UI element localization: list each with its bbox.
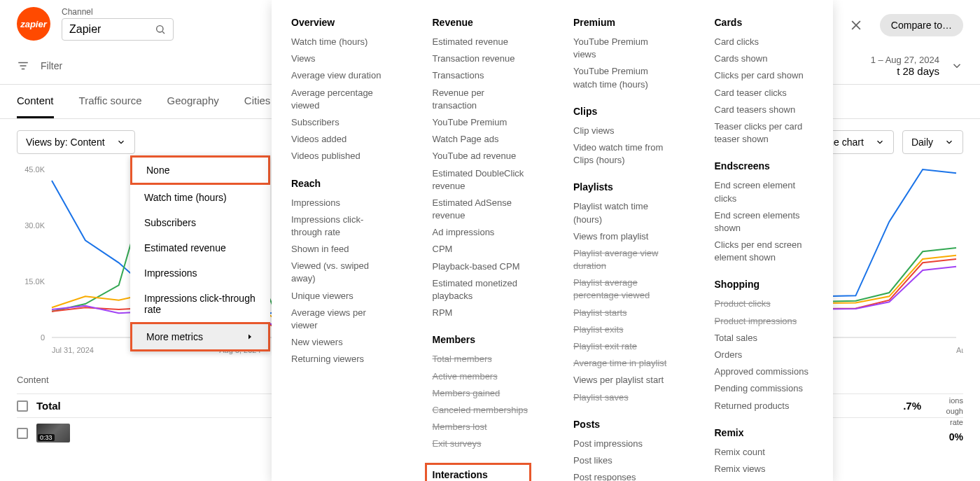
tab-geography[interactable]: Geography bbox=[167, 85, 219, 118]
date-range[interactable]: 1 – Aug 27, 2024 t 28 days bbox=[871, 55, 963, 77]
mega-item[interactable]: Impressions bbox=[291, 195, 391, 211]
mega-item[interactable]: Card teaser clicks bbox=[715, 85, 814, 102]
search-icon[interactable] bbox=[155, 24, 166, 35]
mega-item[interactable]: Remix views bbox=[715, 461, 814, 477]
mega-item[interactable]: Videos added bbox=[291, 131, 391, 148]
mega-item[interactable]: Post responses bbox=[573, 469, 673, 481]
mega-item[interactable]: End screen element clicks bbox=[715, 177, 814, 207]
submenu-item-impressions[interactable]: Impressions bbox=[130, 260, 270, 286]
mega-group-title: Cards bbox=[715, 17, 814, 28]
mega-item[interactable]: Viewed (vs. swiped away) bbox=[291, 258, 391, 287]
submenu-item-subscribers[interactable]: Subscribers bbox=[130, 210, 270, 235]
mega-item[interactable]: Pending commissions bbox=[715, 380, 814, 397]
mega-item[interactable]: RPM bbox=[433, 305, 532, 321]
channel-name-input[interactable] bbox=[69, 23, 150, 36]
mega-item[interactable]: Transaction revenue bbox=[433, 50, 532, 67]
mega-item[interactable]: Impressions click-through rate bbox=[291, 211, 391, 241]
mega-item[interactable]: Estimated monetized playbacks bbox=[433, 275, 532, 305]
mega-item[interactable]: YouTube ad revenue bbox=[433, 148, 532, 165]
mega-item[interactable]: Estimated DoubleClick revenue bbox=[433, 165, 532, 195]
mega-item[interactable]: Estimated AdSense revenue bbox=[433, 195, 532, 224]
mega-item[interactable]: Orders bbox=[715, 347, 814, 363]
mega-item[interactable]: Revenue per transaction bbox=[433, 85, 532, 114]
mega-item[interactable]: Average views per viewer bbox=[291, 305, 391, 334]
mega-item[interactable]: YouTube Premium watch time (hours) bbox=[573, 63, 673, 92]
mega-item[interactable]: Returned products bbox=[715, 398, 814, 414]
mega-item[interactable]: Videos published bbox=[291, 148, 391, 165]
mega-col: RevenueEstimated revenueTransaction reve… bbox=[433, 17, 532, 464]
mega-item: Total members bbox=[433, 351, 532, 368]
svg-text:0: 0 bbox=[41, 333, 45, 342]
total-label: Total bbox=[36, 400, 61, 412]
mega-item[interactable]: Estimated revenue bbox=[433, 34, 532, 50]
submenu-item-ctr[interactable]: Impressions click-through rate bbox=[130, 286, 270, 322]
mega-item: Playlist average percentage viewed bbox=[573, 274, 673, 304]
mega-group-title: Overview bbox=[291, 17, 391, 28]
mega-item[interactable]: Views bbox=[291, 50, 391, 67]
mega-item[interactable]: Teaser clicks per card teaser shown bbox=[715, 118, 814, 148]
right-controls: Line chart Daily bbox=[811, 130, 963, 154]
chevron-down-icon[interactable] bbox=[951, 60, 963, 72]
mega-item[interactable]: Shown in feed bbox=[291, 241, 391, 258]
mega-item[interactable]: Average percentage viewed bbox=[291, 85, 391, 114]
mega-group-title: Interactions bbox=[433, 469, 524, 480]
mega-item[interactable]: Average view duration bbox=[291, 67, 391, 84]
mega-item[interactable]: Unique viewers bbox=[291, 288, 391, 305]
mega-item[interactable]: End screen elements shown bbox=[715, 207, 814, 237]
mega-item[interactable]: Views per playlist start bbox=[573, 372, 673, 389]
granularity-label: Daily bbox=[911, 137, 933, 148]
date-range-text: 1 – Aug 27, 2024 bbox=[871, 55, 939, 65]
checkbox-video[interactable] bbox=[17, 428, 28, 439]
submenu-item-watch-time[interactable]: Watch time (hours) bbox=[130, 185, 270, 210]
filter-icon[interactable] bbox=[17, 60, 29, 72]
mega-item[interactable]: YouTube Premium bbox=[433, 114, 532, 131]
mega-item[interactable]: Card clicks bbox=[715, 34, 814, 50]
mega-item[interactable]: Post impressions bbox=[573, 435, 673, 452]
granularity-dropdown[interactable]: Daily bbox=[902, 130, 963, 154]
channel-search[interactable] bbox=[62, 18, 174, 41]
tab-content[interactable]: Content bbox=[17, 85, 54, 118]
mega-item: Active members bbox=[433, 368, 532, 385]
submenu-item-estimated-revenue[interactable]: Estimated revenue bbox=[130, 235, 270, 260]
mega-item[interactable]: Playback-based CPM bbox=[433, 258, 532, 275]
mega-item[interactable]: Cards shown bbox=[715, 50, 814, 67]
tab-traffic-source[interactable]: Traffic source bbox=[79, 85, 142, 118]
checkbox-total[interactable] bbox=[17, 400, 28, 412]
views-by-dropdown[interactable]: Views by: Content bbox=[17, 130, 135, 154]
mega-item[interactable]: Watch time (hours) bbox=[291, 34, 391, 50]
mega-item[interactable]: Ad impressions bbox=[433, 224, 532, 241]
svg-point-0 bbox=[157, 26, 163, 32]
submenu-item-more-metrics[interactable]: More metrics bbox=[130, 322, 270, 351]
mega-item[interactable]: Views from playlist bbox=[573, 228, 673, 245]
mega-item[interactable]: Returning viewers bbox=[291, 351, 391, 368]
tab-cities[interactable]: Cities bbox=[244, 85, 271, 118]
mega-item: Playlist exits bbox=[573, 321, 673, 338]
mega-item[interactable]: Approved commissions bbox=[715, 363, 814, 380]
mega-item[interactable]: Remix count bbox=[715, 444, 814, 461]
filter-label[interactable]: Filter bbox=[41, 60, 62, 71]
compare-button[interactable]: Compare to… bbox=[880, 14, 963, 36]
mega-col: OverviewWatch time (hours)ViewsAverage v… bbox=[291, 17, 391, 464]
mega-item[interactable]: Clicks per end screen element shown bbox=[715, 237, 814, 266]
mega-item[interactable]: Video watch time from Clips (hours) bbox=[573, 139, 673, 169]
video-thumbnail[interactable]: 0:33 bbox=[36, 424, 70, 442]
mega-item[interactable]: Total sales bbox=[715, 330, 814, 347]
mega-item[interactable]: Subscribers bbox=[291, 114, 391, 131]
mega-item[interactable]: Card teasers shown bbox=[715, 102, 814, 118]
submenu-item-none[interactable]: None bbox=[130, 155, 270, 185]
mega-item[interactable]: New viewers bbox=[291, 334, 391, 351]
right-column-meta: ions ough rate 0% bbox=[946, 396, 963, 445]
mega-item[interactable]: YouTube Premium views bbox=[573, 34, 673, 63]
svg-marker-17 bbox=[248, 335, 251, 340]
close-icon[interactable] bbox=[849, 18, 863, 32]
mega-item[interactable]: Watch Page ads bbox=[433, 131, 532, 148]
mega-group-title: Members bbox=[433, 334, 532, 345]
mega-item[interactable]: Clicks per card shown bbox=[715, 67, 814, 84]
mega-item[interactable]: Playlist watch time (hours) bbox=[573, 198, 673, 228]
mega-group-title: Endscreens bbox=[715, 160, 814, 172]
mega-item[interactable]: CPM bbox=[433, 241, 532, 258]
mega-item[interactable]: Transactions bbox=[433, 67, 532, 84]
mega-item[interactable]: Clip views bbox=[573, 123, 673, 139]
mega-col: CardsCard clicksCards shownClicks per ca… bbox=[715, 17, 814, 464]
mega-item[interactable]: Post likes bbox=[573, 452, 673, 469]
